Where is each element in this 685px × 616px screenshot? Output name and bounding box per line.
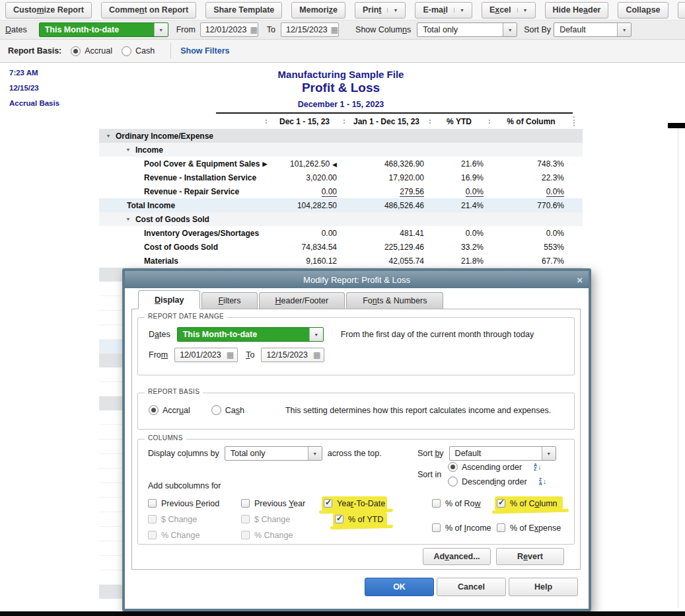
- tab-filters[interactable]: Filters: [201, 292, 257, 309]
- collapse-triangle-icon[interactable]: ▼: [126, 216, 131, 221]
- dates-dropdown[interactable]: This Month-to-date ▼: [39, 22, 168, 37]
- row-value-cell: 481.41: [343, 229, 429, 238]
- revert-button[interactable]: Revert: [496, 548, 564, 565]
- checkbox-icon[interactable]: [432, 523, 441, 532]
- checkbox-icon[interactable]: [148, 499, 157, 508]
- sort-by-dropdown[interactable]: Default ▼: [554, 22, 631, 37]
- calendar-icon[interactable]: ▦: [250, 26, 257, 34]
- sort-by-dropdown[interactable]: Default ▼: [449, 446, 556, 461]
- checkbox-icon[interactable]: [241, 499, 250, 508]
- accrual-radio[interactable]: [71, 46, 81, 56]
- subcolumn-option[interactable]: Previous Year: [241, 498, 305, 508]
- column-header[interactable]: % YTD: [429, 117, 489, 126]
- column-header[interactable]: Jan 1 - Dec 15, 23: [343, 117, 429, 126]
- subcolumn-option[interactable]: % of Income: [432, 523, 491, 533]
- scrollbar-track-line: [678, 128, 678, 608]
- customize-report-button[interactable]: Customize Report: [5, 2, 92, 19]
- close-icon[interactable]: ×: [577, 271, 583, 288]
- excel-button[interactable]: Excel▼: [482, 2, 536, 19]
- display-columns-by-dropdown[interactable]: Total only ▼: [225, 446, 322, 461]
- to-date-input[interactable]: 12/15/2023 ▦: [281, 22, 339, 37]
- row-label: Materials: [144, 256, 178, 266]
- checkbox-label: Previous Period: [161, 499, 219, 508]
- chevron-down-icon[interactable]: ▼: [309, 328, 323, 341]
- section-legend: REPORT BASIS: [145, 388, 203, 395]
- descending-radio[interactable]: [448, 477, 458, 486]
- hide-header-button[interactable]: Hide Header: [545, 2, 609, 19]
- chevron-down-icon[interactable]: ▼: [617, 23, 631, 36]
- subcolumn-option: $ Change: [241, 514, 305, 524]
- advanced-button[interactable]: Advanced...: [423, 548, 491, 565]
- subcolumn-option[interactable]: % of Row: [432, 498, 491, 508]
- collapse-triangle-icon[interactable]: ▼: [106, 133, 111, 138]
- tab-fonts-numbers[interactable]: Fonts & Numbers: [346, 292, 443, 309]
- table-header-row: Dec 1 - 15, 23 Jan 1 - Dec 15, 23 % YTD …: [99, 114, 583, 129]
- column-header[interactable]: Dec 1 - 15, 23: [266, 117, 343, 126]
- email-button[interactable]: E-mail▼: [415, 2, 472, 19]
- cash-radio[interactable]: [211, 405, 221, 415]
- checkbox-icon[interactable]: [497, 523, 505, 532]
- checkbox-icon[interactable]: [335, 515, 343, 523]
- accrual-radio[interactable]: [149, 405, 159, 415]
- ok-button[interactable]: OK: [365, 578, 434, 596]
- table-row: Materials9,160.1242,055.7421.8%67.7%: [99, 254, 583, 268]
- chevron-down-icon[interactable]: ▼: [503, 23, 517, 36]
- cancel-button[interactable]: Cancel: [437, 578, 506, 596]
- row-value-cell: 770.6%: [489, 201, 573, 210]
- tab-header-footer[interactable]: Header/Footer: [259, 292, 345, 309]
- row-value-cell: 0.0%: [429, 229, 489, 238]
- checkbox-icon[interactable]: [324, 499, 332, 508]
- checkbox-icon[interactable]: [432, 499, 441, 508]
- show-filters-link[interactable]: Show Filters: [180, 46, 229, 56]
- tab-display[interactable]: Display: [138, 290, 200, 309]
- chevron-down-icon[interactable]: ▼: [542, 447, 556, 460]
- collapse-triangle-icon[interactable]: ▼: [126, 147, 131, 152]
- accrual-label: Accrual: [162, 406, 190, 415]
- checkbox-icon: [148, 515, 157, 523]
- comment-on-report-button[interactable]: Comment on Report: [101, 2, 196, 19]
- calendar-icon[interactable]: ▦: [313, 351, 320, 359]
- calendar-icon[interactable]: ▦: [331, 26, 338, 34]
- row-label: Total Income: [127, 201, 175, 210]
- refresh-button[interactable]: Refresh: [678, 2, 685, 19]
- row-label-cell: ▼Ordinary Income/Expense: [99, 132, 266, 141]
- help-button[interactable]: Help: [509, 578, 578, 596]
- row-value-cell: 468,326.90: [343, 159, 429, 169]
- ascending-radio[interactable]: [448, 462, 458, 472]
- collapse-button[interactable]: Collapse: [618, 2, 668, 19]
- subcolumn-option[interactable]: % of YTD: [335, 514, 385, 524]
- subcolumn-option[interactable]: % of Expense: [497, 523, 561, 533]
- share-template-label: Share Template: [213, 5, 274, 15]
- from-date-input[interactable]: 12/01/2023 ▦: [200, 22, 258, 37]
- accrual-label: Accrual: [85, 46, 112, 56]
- subcolumn-option[interactable]: Previous Period: [148, 498, 219, 508]
- from-date-value: 12/01/2023: [205, 25, 247, 34]
- row-label: Inventory Overages/Shortages: [144, 229, 259, 238]
- to-date-input[interactable]: 12/15/2023 ▦: [261, 348, 324, 362]
- display-columns-by-label: Display columns by: [148, 449, 219, 458]
- share-template-button[interactable]: Share Template: [205, 2, 282, 19]
- subcolumn-option[interactable]: % of Column: [497, 498, 561, 508]
- chevron-down-icon[interactable]: ▼: [308, 447, 322, 460]
- show-columns-dropdown[interactable]: Total only ▼: [417, 22, 517, 37]
- chevron-down-icon[interactable]: ▼: [517, 8, 528, 13]
- section-legend: COLUMNS: [145, 434, 186, 442]
- dialog-title-bar[interactable]: Modify Report: Profit & Loss ×: [125, 271, 589, 288]
- chevron-down-icon[interactable]: ▼: [454, 8, 464, 13]
- row-label-cell: Revenue - Repair Service: [99, 187, 266, 196]
- descending-label: Descending order: [462, 477, 527, 486]
- calendar-icon[interactable]: ▦: [227, 351, 234, 359]
- print-button[interactable]: Print▼: [355, 2, 406, 19]
- memorize-button[interactable]: Memorize: [291, 2, 345, 19]
- from-date-input[interactable]: 12/01/2023 ▦: [174, 348, 238, 362]
- row-value-cell: 67.7%: [489, 256, 573, 266]
- dates-dropdown[interactable]: This Month-to-date ▼: [177, 327, 324, 342]
- checkbox-icon[interactable]: [497, 499, 505, 508]
- chevron-down-icon[interactable]: ▼: [387, 8, 398, 13]
- dialog-tabs: DisplayFiltersHeader/FooterFonts & Numbe…: [138, 291, 445, 309]
- chevron-down-icon[interactable]: ▼: [154, 23, 168, 36]
- subcolumn-option[interactable]: Year-To-Date: [324, 498, 385, 508]
- column-header[interactable]: % of Column: [489, 117, 573, 126]
- cash-radio[interactable]: [122, 46, 131, 56]
- expand-left-icon[interactable]: ◀: [332, 161, 337, 168]
